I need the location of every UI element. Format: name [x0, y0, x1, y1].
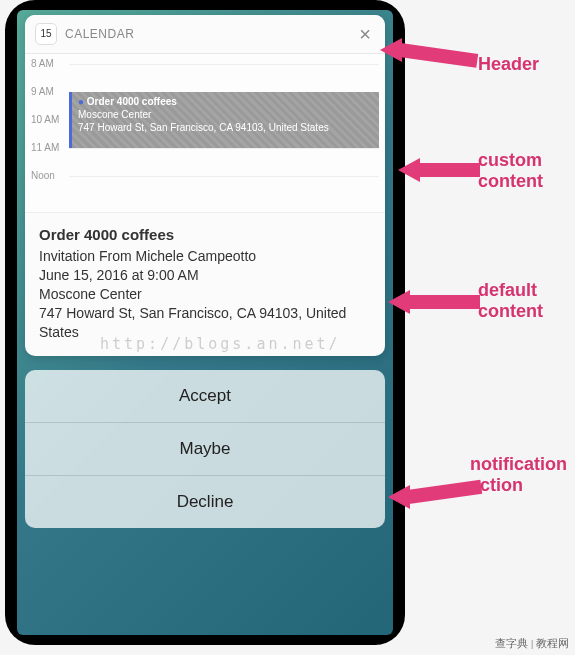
- custom-content-area: 8 AM 9 AM 10 AM 11 AM Noon ● Order 4000 …: [25, 54, 385, 212]
- phone-screen: 15 CALENDAR × 8 AM 9 AM 10 AM 11 AM Noon…: [17, 10, 393, 635]
- calendar-icon: 15: [35, 23, 57, 45]
- detail-invitation: Invitation From Michele Campeotto: [39, 247, 371, 266]
- phone-frame: 15 CALENDAR × 8 AM 9 AM 10 AM 11 AM Noon…: [5, 0, 405, 645]
- detail-datetime: June 15, 2016 at 9:00 AM: [39, 266, 371, 285]
- event-venue: Moscone Center: [78, 109, 151, 120]
- notification-card: 15 CALENDAR × 8 AM 9 AM 10 AM 11 AM Noon…: [25, 15, 385, 356]
- event-address: 747 Howard St, San Francisco, CA 94103, …: [78, 122, 329, 133]
- calendar-icon-day: 15: [40, 29, 51, 39]
- annotation-action: notification action: [470, 454, 575, 496]
- annotation-custom: custom content: [478, 150, 575, 192]
- accept-button[interactable]: Accept: [25, 370, 385, 423]
- annotation-header: Header: [478, 54, 539, 75]
- detail-venue: Moscone Center: [39, 285, 371, 304]
- time-label: 9 AM: [31, 86, 65, 97]
- header-app-name: CALENDAR: [65, 27, 355, 41]
- watermark-center: http://blogs.an.net/: [100, 335, 341, 353]
- time-label: Noon: [31, 170, 65, 181]
- decline-button[interactable]: Decline: [25, 476, 385, 528]
- close-icon[interactable]: ×: [355, 24, 375, 44]
- timeline-grid: 8 AM 9 AM 10 AM 11 AM Noon ● Order 4000 …: [69, 64, 379, 204]
- event-title: Order 4000 coffees: [87, 96, 177, 107]
- time-label: 11 AM: [31, 142, 65, 153]
- calendar-event-block[interactable]: ● Order 4000 coffees Moscone Center 747 …: [69, 92, 379, 148]
- annotation-default: default content: [478, 280, 575, 322]
- notification-actions: Accept Maybe Decline: [25, 370, 385, 528]
- maybe-button[interactable]: Maybe: [25, 423, 385, 476]
- notification-header: 15 CALENDAR ×: [25, 15, 385, 54]
- time-label: 8 AM: [31, 58, 65, 69]
- time-label: 10 AM: [31, 114, 65, 125]
- detail-title: Order 4000 coffees: [39, 225, 371, 245]
- watermark-bottom-right: 查字典 | 教程网: [495, 636, 569, 651]
